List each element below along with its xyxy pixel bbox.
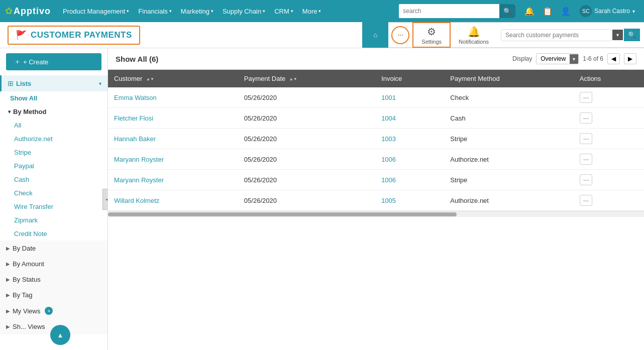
bell-icon[interactable]: 🔔 [522,5,536,18]
customer-cell[interactable]: Emma Watson [108,87,238,108]
invoice-cell[interactable]: 1005 [375,190,444,211]
notifications-panel[interactable]: 🔔 Notifications [451,22,497,48]
content-search-button[interactable]: 🔍 [624,29,640,41]
home-button[interactable]: ⌂ [362,22,388,48]
sidebar-method-authorize[interactable]: Authorize.net [0,132,108,146]
col-customer[interactable]: Customer ▲▼ [108,70,238,87]
invoice-cell[interactable]: 1006 [375,149,444,170]
page-title: CUSTOMER PAYMENTS [31,30,132,40]
display-dropdown-button[interactable]: ▾ [570,54,578,64]
sidebar-collapse-button[interactable]: ◀ [102,189,108,210]
horizontal-scrollbar[interactable] [108,211,644,217]
row-actions-button[interactable]: ··· [580,154,593,165]
add-view-button[interactable]: + [45,307,53,315]
settings-label: Settings [421,39,442,45]
top-nav-icons: 🔔 📋 👤 [522,5,573,18]
contacts-icon[interactable]: 👤 [559,5,573,18]
shared-views-arrow-icon: ▶ [6,324,10,329]
customer-cell[interactable]: Hannah Baker [108,129,238,149]
col-payment-method[interactable]: Payment Method [444,70,573,87]
sidebar-lists-section[interactable]: ⊞ Lists ▾ [0,75,108,91]
sidebar-method-wire[interactable]: Wire Transfer [0,200,108,213]
display-label: Display [512,55,532,62]
header-right-panel: ⌂ ··· ⚙ Settings 🔔 Notifications ▾ 🔍 [362,22,644,48]
up-arrow-icon: ▲ [57,331,64,339]
by-amount-arrow-icon: ▶ [6,261,10,267]
table-header-row: Customer ▲▼ Payment Date ▲▼ Invoice Paym… [108,70,644,87]
table-row: Maryann Royster 05/26/2020 1006 Authoriz… [108,149,644,170]
payment-date-cell: 05/26/2020 [238,170,375,190]
avatar: SC [580,5,592,17]
sidebar-by-amount-header[interactable]: ▶ By Amount [0,256,108,272]
sidebar-by-tag-header[interactable]: ▶ By Tag [0,287,108,303]
toolbar-right: Display Overview ▾ 1-6 of 6 ◀ ▶ [512,53,636,64]
nav-more[interactable]: More ▾ [298,6,326,17]
more-options-button[interactable]: ··· [391,26,409,44]
settings-panel[interactable]: ⚙ Settings [412,22,451,48]
nav-crm[interactable]: CRM ▾ [270,6,297,17]
global-search-input[interactable] [399,4,499,18]
logo-area[interactable]: ✿ Apptivo [5,6,51,17]
sidebar-show-all[interactable]: Show All [0,91,108,105]
row-actions-button[interactable]: ··· [580,133,593,144]
invoice-cell[interactable]: 1001 [375,87,444,108]
scroll-to-top-button[interactable]: ▲ [50,325,70,345]
sidebar-by-status-header[interactable]: ▶ By Status [0,272,108,287]
row-actions-button[interactable]: ··· [580,174,593,185]
global-search-bar: 🔍 [399,4,515,18]
customer-cell[interactable]: Maryann Royster [108,149,238,170]
actions-cell: ··· [574,129,644,149]
col-invoice[interactable]: Invoice [375,70,444,87]
sidebar-method-zipmark[interactable]: Zipmark [0,213,108,227]
nav-supply-chain[interactable]: Supply Chain ▾ [219,6,269,17]
col-actions: Actions [574,70,644,87]
by-tag-arrow-icon: ▶ [6,292,10,298]
content-toolbar: Show All (6) Display Overview ▾ 1-6 of 6… [108,48,644,70]
calendar-icon[interactable]: 📋 [541,5,555,18]
invoice-cell[interactable]: 1004 [375,108,444,129]
sidebar-method-credit-note[interactable]: Credit Note [0,227,108,241]
logo-leaf-icon: ✿ [5,6,13,17]
col-payment-date[interactable]: Payment Date ▲▼ [238,70,375,87]
actions-cell: ··· [574,108,644,129]
global-search-button[interactable]: 🔍 [499,4,515,18]
page-header: 🚩 CUSTOMER PAYMENTS ⌂ ··· ⚙ Settings 🔔 N… [0,22,644,48]
lists-label: Lists [16,80,31,87]
sidebar-method-cash[interactable]: Cash [0,173,108,186]
customer-cell[interactable]: Willard Kolmetz [108,190,238,211]
nav-menu: Product Management ▾ Financials ▾ Market… [59,6,396,17]
sidebar-method-stripe[interactable]: Stripe [0,146,108,159]
sidebar-method-check[interactable]: Check [0,186,108,200]
collapse-arrow-icon: ◀ [105,195,108,203]
actions-cell: ··· [574,87,644,108]
sidebar-method-paypal[interactable]: Paypal [0,159,108,173]
payment-method-cell: Authorize.net [444,149,573,170]
row-actions-button[interactable]: ··· [580,92,593,103]
user-menu[interactable]: SC Sarah Castro ▾ [576,3,639,19]
by-status-arrow-icon: ▶ [6,277,10,282]
nav-product-management[interactable]: Product Management ▾ [59,6,133,17]
search-dropdown-button[interactable]: ▾ [612,30,623,40]
sidebar: ＋ + Create ⊞ Lists ▾ Show All ▾ By Metho… [0,48,108,350]
sidebar-by-date-header[interactable]: ▶ By Date [0,241,108,256]
pagination-prev-button[interactable]: ◀ [607,53,620,64]
sidebar-my-views-header[interactable]: ▶ My Views + [0,303,108,319]
payment-method-cell: Stripe [444,170,573,190]
nav-arrow-icon: ▾ [169,9,172,14]
nav-financials[interactable]: Financials ▾ [134,6,176,17]
content-search-input[interactable] [501,29,611,41]
payment-method-cell: Stripe [444,129,573,149]
sidebar-method-all[interactable]: All [0,119,108,132]
create-button[interactable]: ＋ + Create [6,53,101,70]
row-actions-button[interactable]: ··· [580,112,593,124]
flag-icon: 🚩 [16,30,27,41]
customer-cell[interactable]: Maryann Royster [108,170,238,190]
invoice-cell[interactable]: 1006 [375,170,444,190]
sidebar-by-method-header[interactable]: ▾ By Method [0,105,108,119]
customer-cell[interactable]: Fletcher Flosi [108,108,238,129]
nav-marketing[interactable]: Marketing ▾ [177,6,218,17]
invoice-cell[interactable]: 1003 [375,129,444,149]
row-actions-button[interactable]: ··· [580,195,593,206]
display-select[interactable]: Overview ▾ [536,53,579,64]
pagination-next-button[interactable]: ▶ [624,53,636,64]
